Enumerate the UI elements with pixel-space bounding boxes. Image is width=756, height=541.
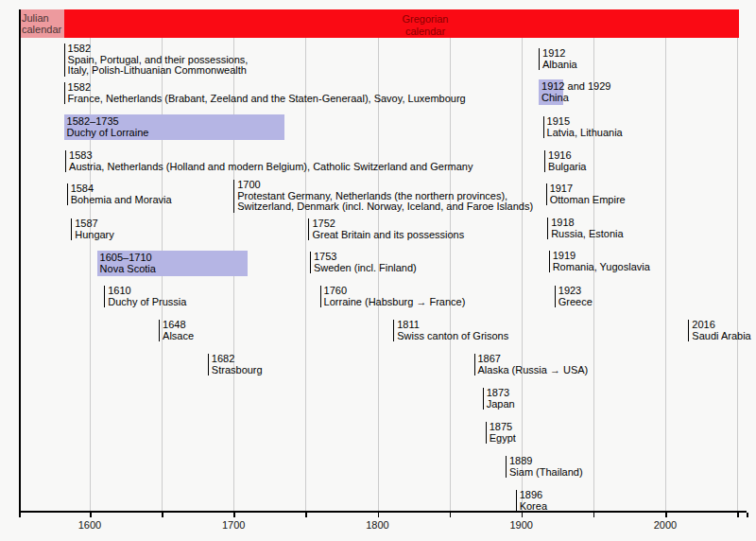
timeline-entry: 1867 Alaska (Russia → USA) xyxy=(474,354,589,375)
entry-year-label: 1867 xyxy=(478,354,589,365)
axis-tick xyxy=(305,513,307,517)
entry-year-label: 1587 xyxy=(75,218,114,230)
timeline-entry: 1923 Greece xyxy=(555,286,593,307)
gridline xyxy=(593,38,594,511)
entry-region-label: Duchy of Lorraine xyxy=(67,128,284,139)
entry-region-label: Ottoman Empire xyxy=(550,195,626,206)
entry-region-label: Nova Scotia xyxy=(100,264,249,275)
entry-region-label: Egypt xyxy=(490,433,516,445)
timeline-entry: 1917 Ottoman Empire xyxy=(546,183,626,205)
entry-region-label: Swiss canton of Grisons xyxy=(397,331,508,342)
timeline-entry: 1583 Austria, Netherlands (Holland and m… xyxy=(65,150,472,172)
timeline-entry: 1873 Japan xyxy=(483,388,515,410)
entry-year-label: 1918 xyxy=(551,218,623,229)
entry-year-label: 1582 xyxy=(68,44,249,55)
entry-region-label: Saudi Arabia xyxy=(692,331,750,342)
entry-region-label: Sweden (incl. Finland) xyxy=(314,263,417,274)
entry-year-label: 1917 xyxy=(550,183,626,195)
entry-region-label: Greece xyxy=(558,297,593,308)
entry-region-label: Alaska (Russia → USA) xyxy=(478,365,589,376)
timeline-entry: 1610 Duchy of Prussia xyxy=(104,286,186,307)
gridline xyxy=(522,38,523,511)
timeline-entry: 1752 Great Britain and its possessions xyxy=(308,218,464,240)
entry-region-label: Russia, Estonia xyxy=(551,229,623,240)
entry-region-label: China xyxy=(541,93,563,104)
timeline-entry: 1584 Bohemia and Moravia xyxy=(67,183,172,205)
axis-tick xyxy=(593,513,595,517)
axis-tick xyxy=(747,513,748,517)
entry-year-label: 1605–1710 xyxy=(100,253,249,264)
entry-year-label: 1896 xyxy=(520,490,547,501)
entry-year-label: 1584 xyxy=(71,183,172,195)
plot-left-border xyxy=(19,9,21,511)
timeline-entry: 2016 Saudi Arabia xyxy=(688,320,750,341)
entry-year-label: 1753 xyxy=(314,252,417,263)
entry-region-label: Alsace xyxy=(163,331,194,342)
entry-region-label: Austria, Netherlands (Holland and modern… xyxy=(69,162,472,173)
julian-calendar-bar: Julian calendar xyxy=(19,9,64,38)
entry-region-label: Japan xyxy=(487,399,515,410)
entry-year-label: 1811 xyxy=(397,320,508,331)
entry-region-label: Duchy of Prussia xyxy=(108,297,186,308)
axis-tick xyxy=(90,513,92,517)
entry-year-label: 1916 xyxy=(548,150,586,162)
timeline-entry: 1760 Lorraine (Habsburg → France) xyxy=(320,286,466,307)
timeline-entry: 1918 Russia, Estonia xyxy=(547,218,623,239)
entry-year-label: 1889 xyxy=(509,456,583,467)
timeline-entry: 1753 Sweden (incl. Finland) xyxy=(310,252,417,273)
axis-tick xyxy=(522,513,524,517)
entry-year-label: 1912 xyxy=(542,48,577,60)
axis-tick xyxy=(665,513,667,517)
gridline xyxy=(665,38,666,511)
x-axis-line xyxy=(19,511,747,513)
gridline xyxy=(450,38,451,511)
entry-region-label: Strasbourg xyxy=(212,365,263,376)
timeline-entry: 1875 Egypt xyxy=(486,422,516,444)
axis-tick-label: 2000 xyxy=(646,519,684,531)
entry-year-label: 1700 xyxy=(237,180,533,191)
entry-year-label: 1648 xyxy=(163,320,194,331)
entry-year-label: 1582–1735 xyxy=(67,116,284,128)
axis-tick xyxy=(162,513,163,517)
entry-year-label: 1919 xyxy=(553,251,650,262)
entry-year-label: 1760 xyxy=(324,286,466,297)
axis-tick xyxy=(233,513,235,517)
axis-tick xyxy=(378,513,380,517)
gregorian-adoption-timeline-chart: Julian calendar Gregorian calendar 1582 … xyxy=(0,0,756,541)
axis-tick-label: 1900 xyxy=(503,519,541,531)
timeline-entry: 1915 Latvia, Lithuania xyxy=(543,116,623,138)
axis-tick xyxy=(737,513,739,517)
timeline-entry: 1896 Korea xyxy=(516,490,547,512)
gridline xyxy=(737,38,738,511)
entry-region-label: Albania xyxy=(542,60,577,71)
timeline-entry: 1919 Romania, Yugoslavia xyxy=(549,251,650,272)
timeline-entry: 1811 Swiss canton of Grisons xyxy=(393,320,508,341)
timeline-entry: 1916 Bulgaria xyxy=(544,150,586,172)
timeline-entry: 1682 Strasbourg xyxy=(208,354,263,375)
timeline-entry: 1582 France, Netherlands (Brabant, Zeela… xyxy=(64,82,466,104)
axis-tick xyxy=(450,513,452,517)
entry-region-label: Great Britain and its possessions xyxy=(312,230,464,241)
entry-region-label: Bulgaria xyxy=(548,162,586,173)
timeline-entry: 1648 Alsace xyxy=(159,320,194,341)
timeline-entry: 1912 and 1929 China xyxy=(539,79,563,105)
entry-region-label: Siam (Thailand) xyxy=(509,467,583,479)
entry-region-label: Hungary xyxy=(75,230,114,241)
timeline-entry: 1587 Hungary xyxy=(71,218,114,240)
axis-tick-label: 1600 xyxy=(71,519,109,531)
entry-region-label: France, Netherlands (Brabant, Zeeland an… xyxy=(68,94,466,105)
entry-year-label: 2016 xyxy=(692,320,750,331)
entry-year-label: 1583 xyxy=(69,150,472,162)
entry-region-label: Bohemia and Moravia xyxy=(71,195,172,206)
timeline-entry: 1582–1735 Duchy of Lorraine xyxy=(64,114,284,140)
gridline xyxy=(90,38,91,511)
axis-tick-label: 1800 xyxy=(359,519,397,531)
entry-region-label: Latvia, Lithuania xyxy=(547,128,623,139)
axis-tick-label: 1700 xyxy=(215,519,252,531)
entry-year-label: 1752 xyxy=(312,218,464,230)
gridline xyxy=(378,38,379,511)
entry-year-label: 1610 xyxy=(108,286,186,297)
axis-tick xyxy=(19,513,21,517)
entry-region-label: Switzerland, Denmark (incl. Norway, Icel… xyxy=(237,201,533,213)
entry-year-label: 1923 xyxy=(558,286,593,297)
